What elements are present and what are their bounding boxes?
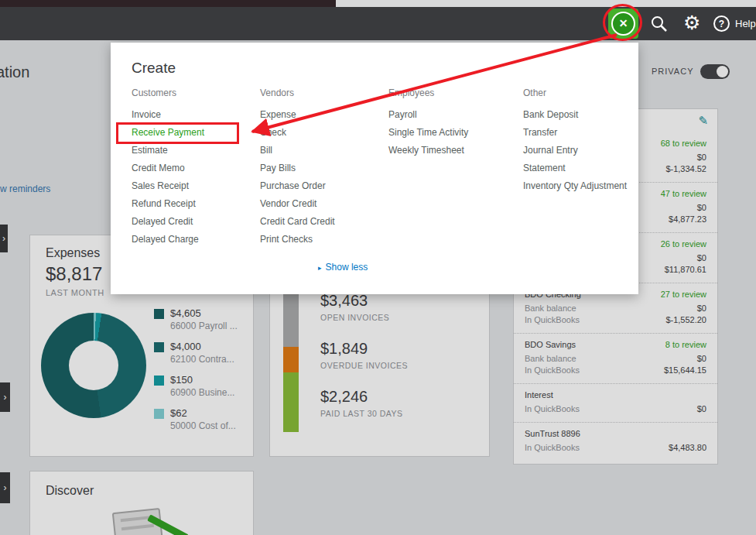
triangle-icon: ▸ bbox=[318, 264, 322, 272]
column-header: Customers bbox=[132, 87, 255, 98]
menu-item-credit-card-credit[interactable]: Credit Card Credit bbox=[260, 217, 384, 226]
menu-item-sales-receipt[interactable]: Sales Receipt bbox=[132, 181, 255, 190]
menu-item-weekly-timesheet[interactable]: Weekly Timesheet bbox=[388, 146, 512, 155]
menu-item-credit-memo[interactable]: Credit Memo bbox=[132, 163, 255, 173]
top-strip-dark bbox=[0, 0, 336, 7]
create-column-vendors: Vendors Expense Check Bill Pay Bills Pur… bbox=[260, 87, 384, 252]
menu-item-expense[interactable]: Expense bbox=[260, 110, 384, 119]
menu-item-check[interactable]: Check bbox=[260, 128, 384, 137]
top-strip-light bbox=[336, 0, 756, 7]
create-button[interactable]: ✕ bbox=[608, 9, 638, 39]
create-column-other: Other Bank Deposit Transfer Journal Entr… bbox=[523, 87, 647, 199]
menu-item-estimate[interactable]: Estimate bbox=[132, 146, 255, 155]
menu-item-receive-payment[interactable]: Receive Payment bbox=[132, 128, 255, 137]
menu-item-delayed-charge[interactable]: Delayed Charge bbox=[132, 235, 255, 244]
menu-item-transfer[interactable]: Transfer bbox=[523, 128, 647, 137]
menu-item-bank-deposit[interactable]: Bank Deposit bbox=[523, 110, 647, 119]
menu-item-purchase-order[interactable]: Purchase Order bbox=[260, 181, 384, 190]
help-icon[interactable]: ? bbox=[713, 15, 730, 32]
menu-item-payroll[interactable]: Payroll bbox=[388, 110, 512, 119]
create-menu-popup: Create Customers Invoice Receive Payment… bbox=[111, 43, 638, 294]
menu-item-print-checks[interactable]: Print Checks bbox=[260, 235, 384, 244]
show-less-link[interactable]: ▸Show less bbox=[318, 262, 368, 273]
menu-item-bill[interactable]: Bill bbox=[260, 146, 384, 155]
menu-item-vendor-credit[interactable]: Vendor Credit bbox=[260, 199, 384, 208]
menu-item-pay-bills[interactable]: Pay Bills bbox=[260, 163, 384, 173]
gear-icon[interactable]: ⚙ bbox=[683, 12, 700, 33]
create-menu-title: Create bbox=[132, 60, 176, 77]
top-navbar: ✕ ⚙ ? Help bbox=[0, 7, 756, 40]
menu-item-refund-receipt[interactable]: Refund Receipt bbox=[132, 199, 255, 208]
search-icon[interactable] bbox=[650, 15, 668, 33]
menu-item-statement[interactable]: Statement bbox=[523, 163, 647, 173]
column-header: Other bbox=[523, 87, 647, 98]
create-column-employees: Employees Payroll Single Time Activity W… bbox=[388, 87, 512, 163]
menu-item-inventory-qty-adjustment[interactable]: Inventory Qty Adjustment bbox=[523, 181, 647, 190]
help-label[interactable]: Help bbox=[735, 18, 756, 29]
menu-item-invoice[interactable]: Invoice bbox=[132, 110, 255, 119]
menu-item-journal-entry[interactable]: Journal Entry bbox=[523, 146, 647, 155]
screen: ation PRIVACY w reminders › › › Expenses… bbox=[0, 0, 756, 535]
menu-item-delayed-credit[interactable]: Delayed Credit bbox=[132, 217, 255, 226]
column-header: Vendors bbox=[260, 87, 384, 98]
menu-item-single-time-activity[interactable]: Single Time Activity bbox=[388, 128, 512, 137]
column-header: Employees bbox=[388, 87, 512, 98]
create-column-customers: Customers Invoice Receive Payment Estima… bbox=[132, 87, 255, 252]
close-icon: ✕ bbox=[611, 12, 635, 36]
